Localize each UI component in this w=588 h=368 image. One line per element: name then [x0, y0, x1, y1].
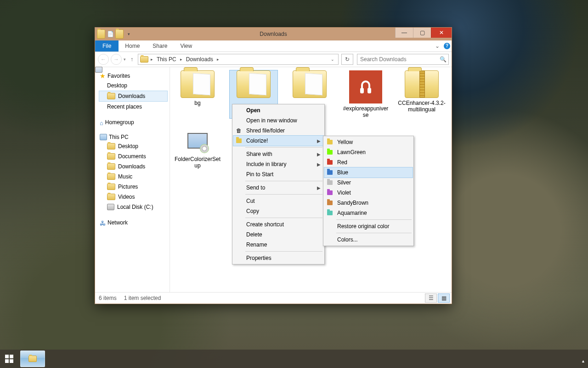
chevron-right-icon[interactable]: ▸: [215, 57, 220, 62]
folder-icon: [107, 143, 115, 150]
menu-item-label: Include in library: [246, 161, 286, 167]
menu-item[interactable]: Share with▶: [233, 149, 323, 159]
svg-rect-5: [368, 88, 371, 93]
pc-icon: [100, 134, 107, 140]
color-swatch-icon: [326, 209, 334, 217]
menu-item-label: Cut: [246, 198, 255, 204]
maximize-button[interactable]: ▢: [413, 28, 431, 38]
search-input[interactable]: [359, 56, 440, 63]
history-dropdown-icon[interactable]: ▾: [124, 57, 126, 62]
qat-dropdown-icon[interactable]: ▾: [124, 30, 133, 38]
menu-item-label: Send to: [246, 184, 265, 191]
color-option[interactable]: SandyBrown: [324, 198, 413, 208]
menu-item[interactable]: Pin to Start: [233, 169, 323, 179]
qat-folder-icon[interactable]: [115, 30, 124, 38]
color-swatch-icon: [326, 179, 334, 186]
menu-item[interactable]: Include in library▶: [233, 159, 323, 169]
help-button[interactable]: ?: [442, 40, 452, 52]
menu-item[interactable]: Open in new window: [233, 115, 323, 126]
sidebar-item-downloads2[interactable]: Downloads: [99, 161, 168, 172]
sidebar-item-music[interactable]: Music: [99, 172, 168, 182]
restore-color[interactable]: Restore original color: [324, 221, 413, 231]
qat-newfolder-icon[interactable]: 📄: [106, 30, 114, 38]
close-button[interactable]: ✕: [431, 28, 452, 38]
color-swatch-icon: [326, 199, 334, 207]
chevron-right-icon[interactable]: ▸: [149, 57, 154, 62]
view-details-button[interactable]: ☰: [425, 293, 437, 303]
menu-item-label: Colorize!: [246, 138, 268, 144]
menu-item[interactable]: Colorize!▶: [233, 136, 323, 146]
search-box[interactable]: 🔍: [357, 54, 449, 65]
breadcrumb-downloads[interactable]: Downloads: [185, 56, 215, 63]
shred-icon: 🗑: [235, 127, 243, 134]
more-colors[interactable]: Colors...: [324, 235, 413, 245]
help-icon: ?: [444, 43, 450, 49]
start-button[interactable]: [0, 350, 18, 368]
chevron-right-icon[interactable]: ▸: [179, 57, 184, 62]
sidebar-item-localdisk[interactable]: Local Disk (C:): [99, 202, 168, 212]
search-icon: 🔍: [440, 56, 447, 63]
tab-share[interactable]: Share: [146, 40, 174, 52]
sidebar-thispc[interactable]: This PC: [99, 133, 168, 141]
color-option[interactable]: LawnGreen: [324, 147, 413, 157]
color-label: Aquamarine: [337, 210, 367, 216]
menu-item[interactable]: Delete: [233, 230, 323, 240]
file-item[interactable]: CCEnhancer-4.3.2-multilingual: [398, 70, 446, 118]
sidebar-item-desktop[interactable]: Desktop: [99, 80, 168, 91]
color-option[interactable]: Violet: [324, 188, 413, 198]
up-button[interactable]: ↑: [128, 54, 136, 64]
forward-button[interactable]: →: [111, 54, 122, 65]
menu-item[interactable]: Open: [233, 105, 323, 115]
status-selected: 1 item selected: [124, 295, 161, 301]
sidebar-item-recent[interactable]: Recent places: [99, 102, 168, 112]
qat-properties-icon[interactable]: [97, 30, 105, 38]
color-option[interactable]: Silver: [324, 178, 413, 188]
sidebar-item-pictures[interactable]: Pictures: [99, 182, 168, 192]
color-option[interactable]: Yellow: [324, 137, 413, 147]
color-swatch-icon: [326, 159, 334, 166]
sidebar-item-videos[interactable]: Videos: [99, 192, 168, 202]
minimize-button[interactable]: —: [395, 28, 413, 38]
breadcrumb-thispc[interactable]: This PC: [155, 56, 178, 63]
context-menu: OpenOpen in new window🗑Shred file/folder…: [232, 104, 325, 264]
color-label: Silver: [337, 179, 351, 186]
view-icons-button[interactable]: ▦: [438, 293, 450, 303]
color-option[interactable]: Aquamarine: [324, 208, 413, 218]
ribbon-collapse-icon[interactable]: ⌄: [432, 40, 442, 52]
sidebar-item-downloads[interactable]: Downloads: [99, 91, 168, 102]
menu-item[interactable]: Copy: [233, 206, 323, 216]
menu-item-label: Copy: [246, 208, 259, 214]
tab-home[interactable]: Home: [119, 40, 146, 52]
zip-folder-icon: [405, 70, 439, 98]
tray-show-hidden-icons[interactable]: ▴: [582, 358, 584, 363]
file-item[interactable]: bg: [174, 70, 221, 118]
file-item[interactable]: FolderColorizerSetup: [174, 127, 221, 169]
svg-rect-1: [10, 355, 13, 358]
sidebar-favorites[interactable]: ★Favorites: [99, 71, 168, 80]
menu-item[interactable]: Cut: [233, 196, 323, 206]
sidebar-network[interactable]: 🖧Network: [99, 218, 168, 227]
menu-item[interactable]: Properties: [233, 253, 323, 263]
color-option[interactable]: Blue: [324, 167, 413, 178]
file-item[interactable]: #exploreappuniverse: [342, 70, 390, 118]
file-tab[interactable]: File: [95, 40, 119, 52]
titlebar[interactable]: 📄 ▾ Downloads — ▢ ✕: [95, 28, 452, 40]
sidebar-item-documents[interactable]: Documents: [99, 151, 168, 161]
menu-item[interactable]: Send to▶: [233, 183, 323, 193]
sidebar-homegroup[interactable]: ⌂Homegroup: [99, 118, 168, 126]
recent-icon: [95, 67, 102, 73]
color-option[interactable]: Red: [324, 157, 413, 167]
refresh-button[interactable]: ↻: [341, 54, 353, 65]
disk-icon: [107, 204, 114, 210]
menu-item[interactable]: Create shortcut: [233, 219, 323, 230]
address-dropdown-icon[interactable]: ⌄: [329, 57, 336, 62]
back-button[interactable]: ←: [98, 54, 109, 65]
menu-item[interactable]: 🗑Shred file/folder: [233, 126, 323, 136]
taskbar: ▴: [0, 350, 588, 368]
color-label: SandyBrown: [337, 200, 368, 206]
taskbar-item-explorer[interactable]: [20, 351, 45, 367]
tab-view[interactable]: View: [174, 40, 198, 52]
sidebar-item-desktop2[interactable]: Desktop: [99, 141, 168, 151]
address-bar[interactable]: ▸ This PC ▸ Downloads ▸ ⌄: [138, 54, 339, 65]
menu-item[interactable]: Rename: [233, 240, 323, 250]
